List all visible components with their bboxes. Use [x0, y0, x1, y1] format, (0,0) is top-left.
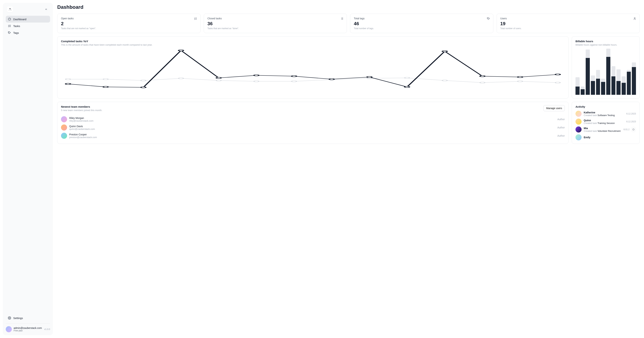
stat-label: Open tasks: [61, 17, 197, 20]
stat-label: Users: [500, 17, 636, 20]
svg-point-7: [141, 80, 146, 81]
card-subtitle: This is the amount of tasks that have be…: [61, 44, 565, 46]
svg-point-6: [103, 78, 108, 80]
svg-point-16: [480, 82, 485, 83]
member-role: Author: [558, 134, 565, 137]
activity-text: Created task Training Session: [584, 122, 626, 124]
member-row[interactable]: Quinn Davis quinn@zauberstack.com Author: [61, 122, 565, 130]
avatar: [576, 126, 582, 132]
bar-group: [601, 49, 605, 95]
svg-point-19: [66, 83, 70, 84]
activity-text: Created task Software Testing: [584, 114, 626, 116]
stat-closed-tasks: Closed tasks 36 Tasks that are marked as…: [204, 14, 347, 33]
members-list: Riley Morgan riley@zauberstack.com Autho…: [61, 114, 565, 139]
sparkle-icon: [8, 8, 12, 11]
member-name: Riley Morgan: [69, 116, 558, 120]
bar-group: [591, 49, 595, 95]
nav-label: Tasks: [13, 24, 20, 28]
svg-point-18: [555, 82, 560, 83]
app-logo[interactable]: [7, 6, 13, 12]
card-title: Activity: [576, 105, 636, 108]
member-info: Riley Morgan riley@zauberstack.com: [69, 116, 558, 122]
svg-point-25: [292, 76, 296, 77]
bar-group: [596, 49, 600, 95]
avatar: [61, 116, 67, 122]
member-email: riley@zauberstack.com: [69, 120, 558, 122]
svg-point-28: [405, 86, 410, 88]
svg-point-32: [555, 74, 560, 75]
card-subtitle: 5 new team members joined this month.: [61, 109, 102, 112]
activity-date: 6.01.2: [624, 128, 630, 131]
svg-point-13: [367, 78, 372, 79]
bar-group: [616, 49, 620, 95]
nav-item-tasks[interactable]: Tasks: [6, 22, 50, 29]
user-section[interactable]: admin@zauberstack.com Free plan v1.0.0: [6, 324, 50, 332]
stat-value: 46: [354, 21, 490, 26]
svg-point-5: [66, 78, 70, 80]
activity-row[interactable]: Quinn Created task Training Session 6.12…: [576, 117, 636, 125]
stat-label: Closed tasks: [208, 17, 343, 20]
svg-point-24: [254, 75, 259, 76]
gauge-icon: [8, 18, 11, 21]
manage-users-button[interactable]: Manage users: [544, 105, 565, 111]
bottom-row: Newest team members 5 new team members j…: [57, 102, 640, 144]
nav-item-tags[interactable]: Tags: [6, 29, 50, 36]
user-icon: [633, 17, 636, 21]
activity-card: Activity Katherine Created task Software…: [572, 102, 640, 144]
svg-point-3: [488, 18, 488, 18]
member-row[interactable]: Preston Cooper preston@zauberstack.com A…: [61, 130, 565, 139]
avatar: [576, 134, 582, 140]
nav-item-dashboard[interactable]: Dashboard: [6, 16, 50, 22]
activity-list: Katherine Created task Software Testing …: [576, 109, 636, 140]
charts-row: Completed tasks YoY This is the amount o…: [57, 36, 640, 98]
activity-row[interactable]: Mia Created task Volunteer Recruitment 6…: [576, 125, 636, 132]
list-ordered-icon: [194, 17, 197, 21]
member-role: Author: [558, 126, 565, 129]
tags-icon: [487, 17, 490, 21]
activity-info: Mia Created task Volunteer Recruitment: [584, 127, 624, 132]
svg-point-11: [292, 81, 296, 82]
svg-point-2: [9, 318, 10, 318]
user-info: admin@zauberstack.com Free plan: [14, 326, 42, 332]
gear-icon: [8, 316, 11, 320]
activity-date: 6.12.2023: [626, 112, 636, 115]
main-content: Dashboard Open tasks 2 Tasks that are no…: [56, 0, 644, 338]
svg-point-22: [178, 50, 183, 51]
sidebar-collapse-button[interactable]: [44, 7, 49, 12]
avatar: [576, 118, 582, 125]
member-email: quinn@zauberstack.com: [69, 128, 558, 130]
svg-point-1: [9, 32, 9, 32]
activity-row[interactable]: Katherine Created task Software Testing …: [576, 109, 636, 117]
activity-info: Quinn Created task Training Session: [584, 119, 626, 124]
app-version: v1.0.0: [44, 328, 50, 330]
bar-group: [627, 49, 631, 95]
bar-group: [612, 49, 616, 95]
card-subtitle: Billable hours against non-billable hour…: [576, 44, 636, 46]
stat-label: Total tags: [354, 17, 490, 20]
activity-row[interactable]: Emily: [576, 132, 636, 140]
member-name: Preston Cooper: [69, 133, 558, 136]
svg-point-29: [442, 50, 447, 52]
nav-item-settings[interactable]: Settings: [6, 314, 50, 321]
svg-point-14: [405, 77, 410, 78]
svg-point-27: [367, 76, 372, 78]
activity-user: Mia: [584, 127, 624, 130]
avatar: [576, 111, 582, 117]
stat-desc: Tasks that are marked as "done".: [208, 27, 343, 30]
svg-point-15: [442, 80, 447, 81]
svg-point-8: [178, 78, 183, 79]
list-checks-icon: [8, 24, 11, 28]
member-role: Author: [558, 118, 565, 121]
list-icon: [340, 17, 344, 21]
nav-label: Dashboard: [13, 18, 26, 21]
stat-total-tags: Total tags 46 Total number of tags.: [350, 14, 494, 33]
bar-group: [622, 49, 626, 95]
bar-group: [632, 49, 636, 95]
bar-group: [586, 49, 590, 95]
bar-group: [576, 49, 580, 95]
bar-chart: [576, 49, 636, 95]
activity-date: 6.12.2023: [626, 120, 636, 123]
member-row[interactable]: Riley Morgan riley@zauberstack.com Autho…: [61, 114, 565, 122]
sidebar-header: [6, 6, 50, 16]
svg-point-31: [518, 76, 522, 78]
